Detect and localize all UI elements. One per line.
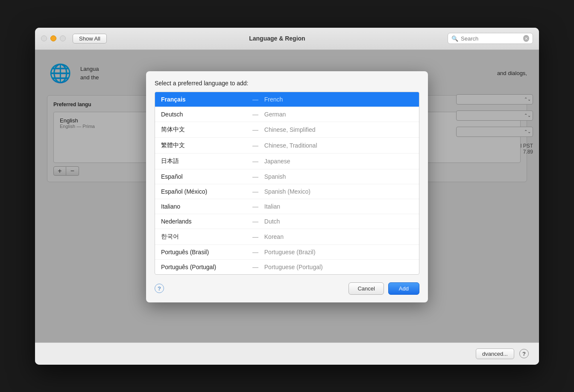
main-content: 🌐 Langua and the and dialogs, Preferred … <box>35 50 539 343</box>
search-clear-button[interactable]: ✕ <box>523 35 529 42</box>
lang-english-0: French <box>264 96 283 103</box>
lang-sep-0: — <box>251 96 260 103</box>
lang-native-0: Français <box>161 96 246 103</box>
lang-native-9: 한국어 <box>161 233 246 241</box>
add-button[interactable]: Add <box>388 282 419 295</box>
traffic-lights <box>41 35 66 41</box>
close-button[interactable] <box>41 35 47 41</box>
lang-sep-11: — <box>251 264 260 270</box>
lang-native-10: Português (Brasil) <box>161 249 246 256</box>
lang-sep-9: — <box>251 233 260 240</box>
language-option-1[interactable]: Deutsch — German <box>155 107 419 122</box>
lang-sep-2: — <box>251 126 260 133</box>
lang-native-3: 繁體中文 <box>161 142 246 149</box>
lang-sep-8: — <box>251 218 260 225</box>
language-option-3[interactable]: 繁體中文 — Chinese, Traditional <box>155 138 419 154</box>
window-title: Language & Region <box>107 35 448 42</box>
lang-native-11: Português (Portugal) <box>161 264 246 270</box>
lang-native-7: Italiano <box>161 203 246 210</box>
lang-sep-6: — <box>251 188 260 195</box>
advanced-button[interactable]: dvanced... <box>476 348 514 359</box>
language-option-10[interactable]: Português (Brasil) — Portuguese (Brazil) <box>155 245 419 260</box>
language-option-11[interactable]: Português (Portugal) — Portuguese (Portu… <box>155 260 419 274</box>
minimize-button[interactable] <box>50 35 56 41</box>
help-button[interactable]: ? <box>519 349 529 358</box>
lang-english-2: Chinese, Simplified <box>264 126 316 133</box>
lang-native-5: Español <box>161 173 246 180</box>
lang-sep-3: — <box>251 142 260 149</box>
lang-sep-5: — <box>251 173 260 180</box>
lang-sep-4: — <box>251 158 260 165</box>
language-option-6[interactable]: Español (México) — Spanish (Mexico) <box>155 184 419 199</box>
lang-native-6: Español (México) <box>161 188 246 195</box>
lang-english-1: German <box>264 111 286 118</box>
modal-title: Select a preferred language to add: <box>146 71 428 92</box>
lang-english-6: Spanish (Mexico) <box>264 188 310 195</box>
language-option-0[interactable]: Français — French <box>155 92 419 107</box>
lang-sep-1: — <box>251 111 260 118</box>
lang-english-9: Korean <box>264 233 284 240</box>
lang-sep-7: — <box>251 203 260 210</box>
lang-english-11: Portuguese (Portugal) <box>264 264 323 270</box>
title-bar: Show All Language & Region 🔍 ✕ <box>35 28 539 50</box>
lang-english-10: Portuguese (Brazil) <box>264 249 316 256</box>
language-option-8[interactable]: Nederlands — Dutch <box>155 214 419 229</box>
modal-bottom: ? Cancel Add <box>146 275 428 302</box>
show-all-button[interactable]: Show All <box>73 34 107 44</box>
language-option-9[interactable]: 한국어 — Korean <box>155 229 419 245</box>
lang-english-3: Chinese, Traditional <box>264 142 317 149</box>
maximize-button[interactable] <box>60 35 66 41</box>
language-option-7[interactable]: Italiano — Italian <box>155 199 419 214</box>
search-icon: 🔍 <box>451 35 458 42</box>
bottom-bar: dvanced... ? <box>35 343 539 365</box>
language-option-2[interactable]: 简体中文 — Chinese, Simplified <box>155 122 419 138</box>
search-bar: 🔍 ✕ <box>448 33 533 44</box>
lang-native-4: 日本語 <box>161 157 246 165</box>
cancel-button[interactable]: Cancel <box>348 282 384 295</box>
lang-native-8: Nederlands <box>161 218 246 225</box>
lang-native-1: Deutsch <box>161 111 246 118</box>
lang-native-2: 简体中文 <box>161 126 246 134</box>
main-window: Show All Language & Region 🔍 ✕ 🌐 Langua … <box>35 28 539 365</box>
language-picker-modal: Select a preferred language to add: Fran… <box>146 71 428 302</box>
language-option-4[interactable]: 日本語 — Japanese <box>155 154 419 169</box>
lang-english-8: Dutch <box>264 218 280 225</box>
lang-english-7: Italian <box>264 203 280 210</box>
lang-sep-10: — <box>251 249 260 256</box>
lang-english-4: Japanese <box>264 158 290 165</box>
modal-actions: Cancel Add <box>348 282 419 295</box>
language-list[interactable]: Français — French Deutsch — German 简体中文 … <box>155 92 419 275</box>
search-input[interactable] <box>461 35 521 42</box>
lang-english-5: Spanish <box>264 173 286 180</box>
modal-overlay: Select a preferred language to add: Fran… <box>35 50 539 343</box>
language-option-5[interactable]: Español — Spanish <box>155 169 419 184</box>
modal-help-button[interactable]: ? <box>155 284 164 293</box>
